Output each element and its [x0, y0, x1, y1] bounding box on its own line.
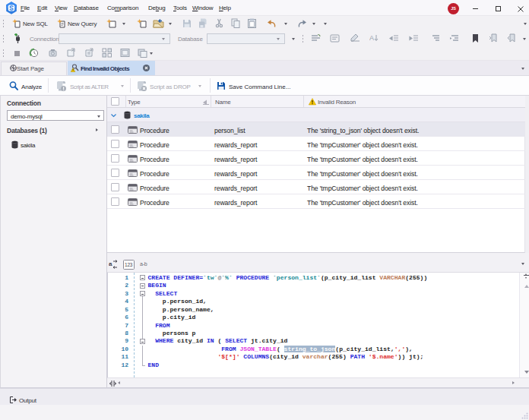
svg-text:a: a — [109, 261, 112, 267]
svg-text:A: A — [369, 34, 374, 42]
svg-text:123: 123 — [125, 262, 133, 267]
